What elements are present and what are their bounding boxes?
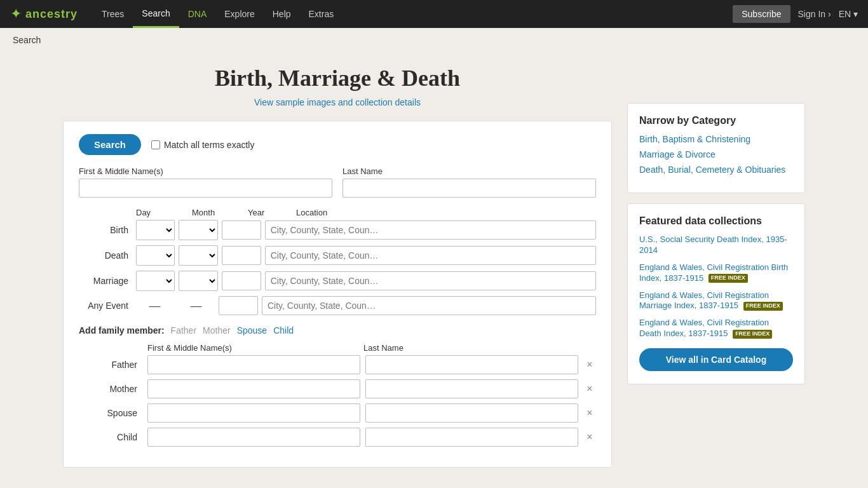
add-spouse-link[interactable]: Spouse — [237, 325, 267, 336]
sidebar: Narrow by Category Birth, Baptism & Chri… — [627, 103, 805, 468]
narrow-link-birth[interactable]: Birth, Baptism & Christening — [639, 134, 793, 144]
featured-link-1[interactable]: England & Wales, Civil Registration Birt… — [639, 262, 793, 284]
form-area: Birth, Marriage & Death View sample imag… — [63, 52, 612, 468]
logo[interactable]: ✦ ancestry — [10, 6, 78, 22]
child-label: Child — [79, 432, 142, 442]
nav-search[interactable]: Search — [133, 0, 179, 28]
first-name-input[interactable] — [79, 179, 332, 198]
child-last-input[interactable] — [365, 428, 578, 447]
family-section: Add family member: Father Mother Spouse … — [79, 325, 596, 447]
featured-link-0[interactable]: U.S., Social Security Death Index, 1935-… — [639, 234, 793, 256]
add-father-link[interactable]: Father — [171, 325, 196, 336]
view-catalog-button[interactable]: View all in Card Catalog — [639, 348, 793, 371]
last-name-col: Last Name — [342, 166, 596, 198]
marriage-day-select[interactable] — [136, 271, 175, 291]
header-year: Year — [248, 208, 291, 217]
header-month: Month — [192, 208, 248, 217]
any-month-dash: — — [177, 299, 215, 313]
nav-dna[interactable]: DNA — [179, 0, 216, 28]
featured-link-2[interactable]: England & Wales, Civil Registration Marr… — [639, 290, 793, 312]
father-last-input[interactable] — [365, 355, 578, 374]
last-name-label: Last Name — [342, 166, 596, 176]
spouse-row: Spouse × — [79, 403, 596, 423]
death-month-select[interactable] — [179, 245, 217, 266]
search-top-row: Search Match all terms exactly — [79, 134, 596, 155]
mother-first-input[interactable] — [147, 379, 360, 398]
birth-day-select[interactable] — [136, 220, 175, 240]
nav-trees[interactable]: Trees — [93, 0, 133, 28]
any-event-fields: — — — [136, 296, 596, 315]
marriage-year-input[interactable] — [222, 271, 261, 290]
match-checkbox[interactable] — [151, 140, 160, 149]
mother-last-input[interactable] — [365, 379, 578, 398]
featured-link-0-text: U.S., Social Security Death Index, 1935-… — [639, 234, 787, 255]
birth-month-select[interactable] — [179, 220, 217, 240]
spouse-remove-button[interactable]: × — [583, 407, 596, 419]
marriage-month-select[interactable] — [179, 271, 217, 291]
father-remove-button[interactable]: × — [583, 359, 596, 370]
nav-help[interactable]: Help — [264, 0, 300, 28]
marriage-label: Marriage — [79, 276, 136, 286]
any-day-dash: — — [136, 299, 173, 313]
header-location: Location — [291, 208, 327, 217]
breadcrumb-text: Search — [13, 35, 41, 45]
add-child-link[interactable]: Child — [273, 325, 294, 336]
spouse-first-input[interactable] — [147, 403, 360, 423]
signin-link[interactable]: Sign In › — [798, 9, 831, 19]
last-name-input[interactable] — [342, 179, 596, 198]
death-fields — [136, 245, 596, 266]
narrow-link-death[interactable]: Death, Burial, Cemetery & Obituaries — [639, 165, 793, 175]
family-col-header-first: First & Middle Name(s) — [147, 343, 358, 353]
birth-fields — [136, 220, 596, 240]
nav-links: Trees Search DNA Explore Help Extras — [93, 0, 733, 28]
subscribe-button[interactable]: Subscribe — [733, 5, 790, 23]
death-year-input[interactable] — [222, 246, 261, 265]
any-event-label: Any Event — [79, 301, 136, 311]
featured-link-3[interactable]: England & Wales, Civil Registration Deat… — [639, 318, 793, 339]
nav-explore[interactable]: Explore — [215, 0, 263, 28]
nav-extras[interactable]: Extras — [300, 0, 343, 28]
mother-remove-button[interactable]: × — [583, 383, 596, 395]
spouse-label: Spouse — [79, 408, 142, 418]
narrow-category-card: Narrow by Category Birth, Baptism & Chri… — [627, 103, 805, 193]
family-add-label: Add family member: — [79, 325, 165, 336]
child-row: Child × — [79, 428, 596, 447]
any-location-input[interactable] — [262, 296, 596, 315]
event-column-headers: Day Month Year Location — [79, 208, 596, 217]
breadcrumb: Search — [0, 28, 868, 52]
logo-icon: ✦ — [10, 6, 22, 22]
narrow-link-marriage[interactable]: Marriage & Divorce — [639, 149, 793, 159]
free-index-badge-1: FREE INDEX — [709, 274, 748, 283]
death-day-select[interactable] — [136, 245, 175, 266]
death-location-input[interactable] — [265, 246, 596, 265]
birth-location-input[interactable] — [265, 220, 596, 240]
page-title: Birth, Marriage & Death — [63, 65, 612, 92]
father-first-input[interactable] — [147, 355, 360, 374]
spouse-last-input[interactable] — [365, 403, 578, 423]
family-col-headers: First & Middle Name(s) Last Name — [79, 343, 596, 353]
match-label[interactable]: Match all terms exactly — [151, 140, 254, 150]
child-remove-button[interactable]: × — [583, 431, 596, 443]
navigation: ✦ ancestry Trees Search DNA Explore Help… — [0, 0, 868, 28]
birth-label: Birth — [79, 225, 136, 235]
family-col-header-last: Last Name — [363, 343, 574, 353]
header-day: Day — [136, 208, 192, 217]
mother-label: Mother — [79, 384, 142, 394]
featured-title: Featured data collections — [639, 215, 793, 227]
death-event-row: Death — [79, 245, 596, 266]
any-year-input[interactable] — [219, 296, 258, 315]
free-index-badge-3: FREE INDEX — [733, 330, 772, 339]
birth-event-row: Birth — [79, 220, 596, 240]
page-subtitle: View sample images and collection detail… — [63, 97, 612, 108]
language-button[interactable]: EN ▾ — [839, 9, 858, 19]
match-label-text: Match all terms exactly — [164, 140, 254, 150]
death-label: Death — [79, 250, 136, 261]
search-button[interactable]: Search — [79, 134, 141, 155]
birth-year-input[interactable] — [222, 220, 261, 240]
marriage-fields — [136, 271, 596, 291]
add-mother-link[interactable]: Mother — [203, 325, 231, 336]
marriage-location-input[interactable] — [265, 271, 596, 290]
subtitle-link[interactable]: View sample images and collection detail… — [254, 97, 421, 107]
child-first-input[interactable] — [147, 428, 360, 447]
any-event-row: Any Event — — — [79, 296, 596, 315]
